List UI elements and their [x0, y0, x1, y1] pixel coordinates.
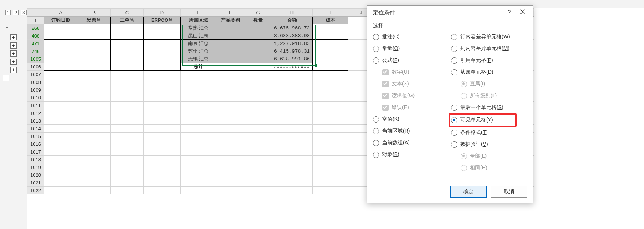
cell[interactable]	[181, 133, 216, 140]
cell[interactable]	[44, 148, 77, 156]
cell[interactable]	[216, 32, 245, 40]
option-constants[interactable]: 常量(O)	[373, 45, 449, 52]
cell[interactable]	[144, 109, 181, 117]
cell[interactable]	[271, 179, 313, 187]
cell[interactable]	[111, 179, 144, 187]
cell[interactable]: 工单号	[111, 17, 144, 24]
cell[interactable]	[181, 156, 216, 163]
cell[interactable]	[44, 47, 77, 55]
cell[interactable]	[181, 140, 216, 148]
cell[interactable]	[245, 140, 271, 148]
cell[interactable]	[144, 40, 181, 47]
cell[interactable]	[77, 140, 111, 148]
row-header[interactable]: 746	[27, 47, 44, 55]
cell[interactable]	[245, 163, 271, 171]
cell[interactable]	[144, 55, 181, 63]
cell[interactable]	[216, 163, 245, 171]
cell[interactable]	[271, 187, 313, 194]
cell[interactable]	[313, 125, 348, 133]
cell[interactable]: 无锡 汇总	[181, 55, 216, 63]
cell[interactable]	[313, 32, 348, 40]
cell[interactable]	[181, 125, 216, 133]
cell[interactable]	[144, 140, 181, 148]
cell[interactable]	[77, 187, 111, 194]
row-header[interactable]: 1012	[27, 109, 44, 117]
cell[interactable]	[77, 40, 111, 47]
cell[interactable]	[181, 179, 216, 187]
cell[interactable]	[216, 47, 245, 55]
cell[interactable]	[245, 55, 271, 63]
cell[interactable]	[77, 148, 111, 156]
cell[interactable]	[313, 148, 348, 156]
cell[interactable]	[181, 102, 216, 109]
cell[interactable]	[144, 171, 181, 179]
cell[interactable]	[271, 133, 313, 140]
cell[interactable]: 发票号	[77, 17, 111, 24]
cell[interactable]: ############	[271, 63, 313, 71]
cell[interactable]	[77, 171, 111, 179]
outline-expand-button[interactable]: +	[10, 42, 17, 49]
option-visible[interactable]: 可见单元格(Y)	[451, 117, 511, 123]
cell[interactable]	[245, 156, 271, 163]
cell[interactable]	[181, 117, 216, 125]
cell[interactable]	[313, 179, 348, 187]
cell[interactable]	[216, 102, 245, 109]
cell[interactable]	[313, 102, 348, 109]
cell[interactable]	[245, 102, 271, 109]
cell[interactable]	[44, 109, 77, 117]
cell[interactable]	[77, 117, 111, 125]
option-array[interactable]: 当前数组(A)	[373, 140, 449, 146]
cell[interactable]	[181, 171, 216, 179]
cell[interactable]	[216, 171, 245, 179]
cell[interactable]	[111, 55, 144, 63]
cell[interactable]	[144, 179, 181, 187]
cell[interactable]: 6,675,968.73	[271, 24, 313, 32]
cell[interactable]	[313, 40, 348, 47]
cell[interactable]	[245, 117, 271, 125]
cell[interactable]	[111, 32, 144, 40]
cell[interactable]	[111, 24, 144, 32]
cell[interactable]	[216, 187, 245, 194]
cell[interactable]	[245, 94, 271, 102]
column-header-I[interactable]: I	[313, 9, 348, 17]
cell[interactable]	[313, 133, 348, 140]
cell[interactable]	[216, 71, 245, 78]
cell[interactable]	[271, 94, 313, 102]
cell[interactable]	[216, 179, 245, 187]
cell[interactable]	[44, 163, 77, 171]
option-datavalid[interactable]: 数据验证(V)	[451, 141, 527, 148]
cell[interactable]	[144, 86, 181, 94]
cell[interactable]	[313, 140, 348, 148]
column-header-E[interactable]: E	[181, 9, 216, 17]
cell[interactable]	[216, 125, 245, 133]
cell[interactable]	[181, 163, 216, 171]
cell[interactable]	[144, 148, 181, 156]
outline-level-3[interactable]: 3	[21, 10, 27, 15]
cell[interactable]	[313, 163, 348, 171]
cell[interactable]	[245, 148, 271, 156]
cell[interactable]: 成本	[313, 17, 348, 24]
cell[interactable]	[77, 78, 111, 86]
row-header[interactable]: 268	[27, 24, 44, 32]
cell[interactable]	[313, 78, 348, 86]
cell[interactable]	[271, 163, 313, 171]
row-header[interactable]: 1010	[27, 94, 44, 102]
cell[interactable]	[245, 63, 271, 71]
cell[interactable]	[216, 94, 245, 102]
cell[interactable]	[44, 156, 77, 163]
cell[interactable]	[111, 156, 144, 163]
cell[interactable]	[77, 86, 111, 94]
cell[interactable]	[216, 55, 245, 63]
cell[interactable]: 南京 汇总	[181, 40, 216, 47]
cell[interactable]	[144, 156, 181, 163]
column-header-G[interactable]: G	[245, 9, 271, 17]
row-header[interactable]: 1006	[27, 63, 44, 71]
cell[interactable]	[144, 163, 181, 171]
cell[interactable]	[111, 102, 144, 109]
cell[interactable]	[144, 47, 181, 55]
cell[interactable]	[216, 156, 245, 163]
cell[interactable]	[245, 133, 271, 140]
cell[interactable]	[44, 133, 77, 140]
cell[interactable]: ERPCO号	[144, 17, 181, 24]
cell[interactable]	[216, 78, 245, 86]
